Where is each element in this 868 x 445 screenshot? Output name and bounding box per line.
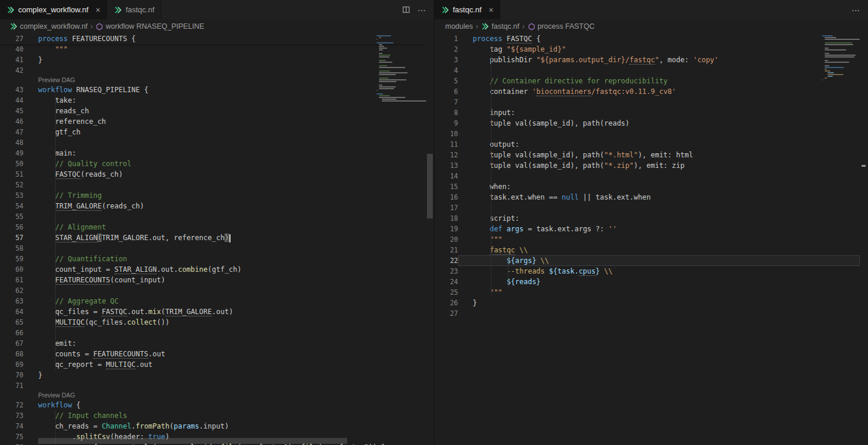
editor-tab[interactable]: fastqc.nf [107, 0, 161, 19]
code-token: || task.ext.when [579, 193, 651, 201]
code-line[interactable]: 44 take: [0, 95, 426, 106]
code-line[interactable]: 12 tuple val(sample_id), path("*.html"),… [435, 150, 860, 160]
vertical-scrollbar[interactable] [426, 33, 434, 445]
code-line[interactable]: 7 [435, 97, 860, 107]
code-line[interactable]: 60 count_input = STAR_ALIGN.out.combine(… [0, 264, 426, 275]
code-line[interactable]: 49 main: [0, 148, 426, 159]
code-line[interactable]: 50 // Quality control [0, 159, 426, 169]
code-line[interactable]: 58 [0, 243, 426, 254]
code-line[interactable]: 24 ${reads} [435, 277, 860, 287]
horizontal-scrollbar-thumb[interactable] [38, 438, 347, 444]
code-line[interactable]: 57 STAR_ALIGN(TRIM_GALORE.out, reference… [0, 232, 426, 243]
code-line[interactable]: 68 counts = FEATURECOUNTS.out [0, 349, 426, 359]
more-actions-icon[interactable]: ··· [852, 5, 860, 15]
code-line[interactable]: 72workflow { [0, 400, 426, 410]
code-line[interactable]: 47 gtf_ch [0, 127, 426, 137]
code-line[interactable]: 46 reference_ch [0, 116, 426, 127]
line-content: counts = FEATURECOUNTS.out [23, 349, 426, 359]
code-line[interactable]: 61 FEATURECOUNTS(count_input) [0, 275, 426, 285]
breadcrumb-item[interactable]: fastqc.nf [481, 22, 519, 31]
code-line[interactable]: 26} [435, 298, 860, 308]
vertical-scrollbar[interactable] [860, 33, 868, 445]
code-line[interactable]: 1process FASTQC { [435, 33, 860, 44]
line-content [458, 97, 860, 107]
minimap-line [825, 60, 828, 61]
code-line[interactable]: 18 script: [435, 213, 860, 224]
code-token: fastqc [490, 246, 515, 255]
minimap-line [377, 92, 426, 93]
code-line[interactable]: 56 // Alignment [0, 222, 426, 232]
code-line[interactable]: 21 fastqc \\ [435, 245, 860, 255]
minimap[interactable] [377, 33, 426, 102]
codelens-preview-dag[interactable]: Preview DAG [0, 391, 426, 400]
code-line[interactable]: 73 // Input channels [0, 410, 426, 421]
code-line[interactable]: 41} [0, 55, 426, 65]
code-line[interactable]: 42 [0, 65, 426, 76]
breadcrumb-item[interactable]: process FASTQC [528, 22, 595, 31]
breadcrumb-item[interactable]: modules [445, 22, 473, 31]
close-tab-icon[interactable]: × [489, 6, 493, 14]
line-content [23, 328, 426, 338]
code-line[interactable]: 15 when: [435, 181, 860, 192]
breadcrumb-item[interactable]: complex_workflow.nf [9, 22, 87, 31]
breadcrumb-item[interactable]: workflow RNASEQ_PIPELINE [96, 22, 204, 31]
scrollbar-thumb[interactable] [427, 154, 433, 218]
code-token: ), emit: zip [634, 161, 685, 170]
code-line[interactable]: 74 ch_reads = Channel.fromPath(params.in… [0, 421, 426, 431]
more-actions-icon[interactable]: ··· [418, 5, 426, 15]
code-line[interactable]: 69 qc_report = MULTIQC.out [0, 359, 426, 370]
code-token: (gtf_ch) [208, 265, 242, 274]
code-line[interactable]: 2 tag "${sample_id}" [435, 44, 860, 55]
code-line[interactable]: 70} [0, 370, 426, 380]
code-line[interactable]: 45 reads_ch [0, 106, 426, 116]
code-line[interactable]: 6 container 'biocontainers/fastqc:v0.11.… [435, 86, 860, 97]
code-line[interactable]: 66 [0, 328, 426, 338]
code-line[interactable]: 43workflow RNASEQ_PIPELINE { [0, 85, 426, 95]
code-line[interactable]: 59 // Quantification [0, 254, 426, 264]
code-line[interactable]: 11 output: [435, 139, 860, 150]
code-line[interactable]: 8 input: [435, 107, 860, 118]
editor-workbench: complex_workflow.nf×fastqc.nf ··· comple… [0, 0, 868, 445]
code-line[interactable]: 53 // Trimming [0, 190, 426, 201]
line-number: 74 [0, 421, 23, 431]
code-line[interactable]: 9 tuple val(sample_id), path(reads) [435, 118, 860, 129]
code-line[interactable]: 3 publishDir "${params.output_dir}/fastq… [435, 55, 860, 65]
close-tab-icon[interactable]: × [96, 6, 100, 14]
editor-tab[interactable]: complex_workflow.nf× [0, 0, 107, 19]
code-line[interactable]: 51 FASTQC(reads_ch) [0, 169, 426, 180]
code-line[interactable]: 71 [0, 380, 426, 391]
code-line[interactable]: 17 [435, 203, 860, 213]
code-line[interactable]: 55 [0, 211, 426, 222]
code-line[interactable]: 64 qc_files = FASTQC.out.mix(TRIM_GALORE… [0, 306, 426, 317]
code-line[interactable]: 4 [435, 65, 860, 76]
code-token [38, 170, 55, 178]
code-line[interactable]: 5 // Container directive for reproducibi… [435, 76, 860, 86]
code-line[interactable]: 10 [435, 129, 860, 139]
code-line[interactable]: 23 --threads ${task.cpus} \\ [435, 266, 860, 277]
code-token: gtf_ch [38, 128, 80, 136]
code-line[interactable]: 52 [0, 180, 426, 190]
codelens-preview-dag[interactable]: Preview DAG [0, 76, 426, 85]
line-content: def args = task.ext.args ?: '' [458, 224, 860, 234]
code-line[interactable]: 67 emit: [0, 338, 426, 349]
code-line[interactable]: 27 [435, 308, 860, 319]
code-line[interactable]: 54 TRIM_GALORE(reads_ch) [0, 201, 426, 211]
code-line[interactable]: 25 """ [435, 287, 860, 298]
code-line[interactable]: 14 [435, 171, 860, 181]
code-token: { [72, 401, 80, 409]
minimap[interactable] [822, 33, 860, 83]
editor-tab[interactable]: fastqc.nf× [435, 0, 500, 19]
code-line[interactable]: 65 MULTIQC(qc_files.collect()) [0, 317, 426, 328]
code-line[interactable]: 62 [0, 285, 426, 296]
code-line[interactable]: 20 """ [435, 234, 860, 245]
code-line[interactable]: 22 ${args} \\ [435, 255, 860, 266]
sticky-scroll-row[interactable]: 27process FEATURECOUNTS { [0, 33, 426, 44]
code-line[interactable]: 48 [0, 137, 426, 148]
code-line[interactable]: 19 def args = task.ext.args ?: '' [435, 224, 860, 234]
code-line[interactable]: 63 // Aggregate QC [0, 296, 426, 306]
code-line[interactable]: 13 tuple val(sample_id), path("*.zip"), … [435, 160, 860, 171]
split-editor-icon[interactable] [402, 5, 411, 14]
code-token: params [174, 422, 199, 430]
code-line[interactable]: 16 task.ext.when == null || task.ext.whe… [435, 192, 860, 203]
code-line[interactable]: 40 """ [0, 44, 426, 55]
